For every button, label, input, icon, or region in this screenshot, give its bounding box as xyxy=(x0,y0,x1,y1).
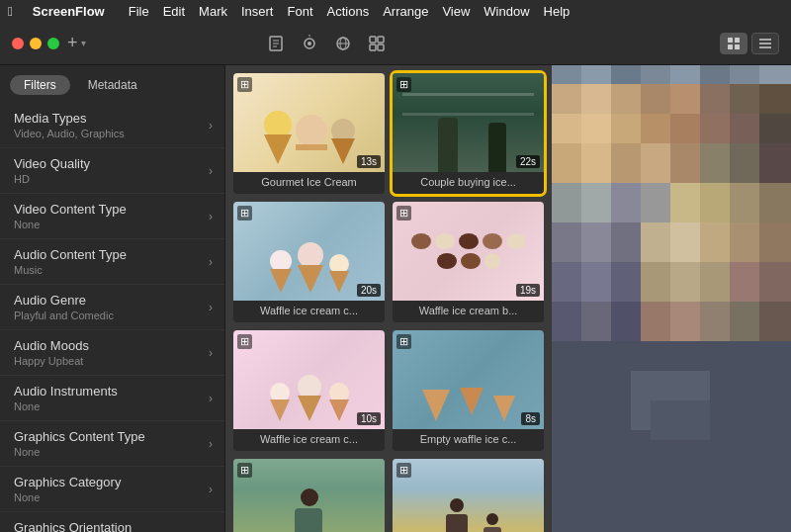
tab-filters[interactable]: Filters xyxy=(10,75,70,95)
menu-window[interactable]: Window xyxy=(483,4,529,19)
svg-rect-81 xyxy=(641,302,670,341)
svg-rect-70 xyxy=(552,262,581,302)
menu-bar:  ScreenFlow File Edit Mark Insert Font … xyxy=(0,0,791,22)
sidebar-tabs: Filters Metadata xyxy=(0,65,224,103)
close-button[interactable] xyxy=(12,38,24,49)
media-icon-document[interactable] xyxy=(262,30,290,57)
chocolates-display xyxy=(393,219,544,284)
svg-rect-66 xyxy=(670,222,700,262)
svg-rect-30 xyxy=(552,84,581,114)
sidebar-item-graphics-content-type[interactable]: Graphics Content Type None › xyxy=(0,421,224,467)
media-icon-grid[interactable] xyxy=(363,30,391,57)
media-title: Empty waffle ice c... xyxy=(393,429,544,451)
traffic-lights xyxy=(12,38,59,49)
svg-rect-63 xyxy=(581,222,611,262)
svg-rect-38 xyxy=(552,114,581,143)
sidebar-item-audio-moods[interactable]: Audio Moods Happy Upbeat › xyxy=(0,330,224,376)
svg-rect-75 xyxy=(700,262,730,302)
media-duration: 8s xyxy=(521,412,540,425)
sidebar-item-graphics-orientation[interactable]: Graphics Orientation None › xyxy=(0,512,224,532)
chevron-right-icon: › xyxy=(209,346,213,360)
svg-rect-14 xyxy=(728,38,733,43)
media-type-buttons xyxy=(262,30,391,57)
sidebar-item-audio-genre[interactable]: Audio Genre Playful and Comedic › xyxy=(0,285,224,330)
svg-rect-46 xyxy=(552,143,581,183)
maximize-button[interactable] xyxy=(47,38,59,49)
video-icon-overlay: ⊞ xyxy=(237,77,252,92)
add-chevron-icon: ▾ xyxy=(81,38,86,48)
media-duration: 10s xyxy=(357,412,381,425)
add-button[interactable]: + ▾ xyxy=(67,33,86,53)
main-content: Filters Metadata Media Types Video, Audi… xyxy=(0,65,791,532)
media-duration: 20s xyxy=(357,284,381,297)
svg-rect-64 xyxy=(611,222,641,262)
svg-rect-62 xyxy=(552,222,581,262)
tab-metadata[interactable]: Metadata xyxy=(74,75,151,95)
video-icon-overlay: ⊞ xyxy=(237,463,252,478)
list-item[interactable]: ⊞ 22s Couple buying ice... xyxy=(393,73,544,194)
svg-rect-52 xyxy=(730,143,759,183)
list-item[interactable]: ⊞ 13s Gourmet Ice Cream xyxy=(233,73,385,194)
svg-rect-71 xyxy=(581,262,611,302)
menu-mark[interactable]: Mark xyxy=(199,4,227,19)
list-item[interactable]: ⊞ 6s Father and son eat... xyxy=(393,459,544,532)
sidebar-item-audio-content-type[interactable]: Audio Content Type Music › xyxy=(0,239,224,285)
sidebar-item-media-types[interactable]: Media Types Video, Audio, Graphics › xyxy=(0,103,224,148)
svg-rect-53 xyxy=(759,143,791,183)
svg-rect-59 xyxy=(700,183,730,222)
svg-rect-43 xyxy=(700,114,730,143)
list-item[interactable]: ⊞ 20s Waffle ice cream c... xyxy=(233,202,385,322)
toolbar: + ▾ xyxy=(0,22,791,65)
svg-rect-44 xyxy=(730,114,759,143)
sidebar-item-graphics-category[interactable]: Graphics Category None › xyxy=(0,467,224,512)
chevron-right-icon: › xyxy=(209,392,213,405)
list-view-button[interactable] xyxy=(751,33,779,54)
video-icon-overlay: ⊞ xyxy=(396,334,411,349)
video-icon-overlay: ⊞ xyxy=(237,206,252,221)
sidebar-item-video-content-type[interactable]: Video Content Type None › xyxy=(0,194,224,239)
svg-rect-13 xyxy=(378,44,384,50)
svg-rect-88 xyxy=(651,400,710,440)
list-item[interactable]: ⊞ 19s Waffle ice cream b... xyxy=(393,202,544,322)
media-icon-globe[interactable] xyxy=(329,30,357,57)
svg-rect-55 xyxy=(581,183,611,222)
media-duration: 22s xyxy=(516,155,540,168)
menu-file[interactable]: File xyxy=(129,4,149,19)
grid-view-button[interactable] xyxy=(720,33,747,54)
menu-edit[interactable]: Edit xyxy=(163,4,185,19)
menu-arrange[interactable]: Arrange xyxy=(383,4,428,19)
svg-rect-12 xyxy=(370,44,376,50)
svg-rect-22 xyxy=(552,65,581,84)
chevron-right-icon: › xyxy=(209,483,213,496)
media-thumbnail: ⊞ 23s xyxy=(233,459,385,532)
list-item[interactable]: ⊞ 23s Woman eating ice... xyxy=(233,459,385,532)
svg-rect-54 xyxy=(552,183,581,222)
svg-rect-49 xyxy=(641,143,670,183)
menu-actions[interactable]: Actions xyxy=(327,4,370,19)
svg-rect-36 xyxy=(730,84,759,114)
list-item[interactable]: ⊞ 8s Empty waffle ice c... xyxy=(393,330,544,451)
media-thumbnail: ⊞ 6s xyxy=(393,459,544,532)
media-title: Waffle ice cream b... xyxy=(393,301,544,322)
menu-font[interactable]: Font xyxy=(287,4,312,19)
svg-rect-26 xyxy=(670,65,700,84)
preview-image xyxy=(552,65,791,532)
svg-rect-83 xyxy=(700,302,730,341)
sidebar-item-audio-instruments[interactable]: Audio Instruments None › xyxy=(0,376,224,421)
chevron-right-icon: › xyxy=(209,210,213,223)
svg-rect-40 xyxy=(611,114,641,143)
list-item[interactable]: ⊞ 10s Waffle ice cream c... xyxy=(233,330,385,451)
svg-rect-16 xyxy=(728,44,733,49)
apple-menu[interactable]:  xyxy=(8,4,13,19)
chevron-right-icon: › xyxy=(209,255,213,269)
menu-view[interactable]: View xyxy=(442,4,470,19)
menu-insert[interactable]: Insert xyxy=(241,4,274,19)
sidebar-item-video-quality[interactable]: Video Quality HD › xyxy=(0,148,224,194)
svg-rect-78 xyxy=(552,302,581,341)
menu-help[interactable]: Help xyxy=(544,4,571,19)
minimize-button[interactable] xyxy=(30,38,42,49)
media-thumbnail: ⊞ 13s xyxy=(233,73,385,172)
media-thumbnail: ⊞ 20s xyxy=(233,202,385,301)
media-icon-audio[interactable] xyxy=(296,30,323,57)
svg-rect-42 xyxy=(670,114,700,143)
